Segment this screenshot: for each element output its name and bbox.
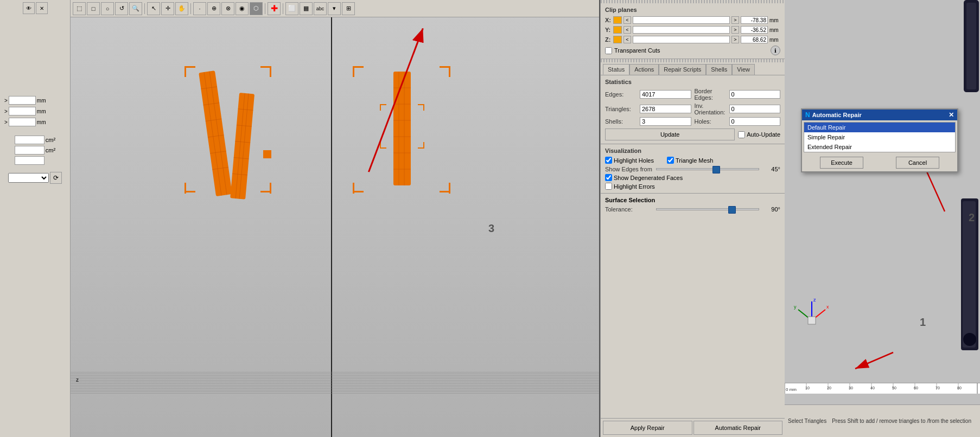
stat-label-triangles: Triangles: (605, 106, 638, 112)
svg-rect-8 (199, 70, 232, 196)
svg-text:10: 10 (805, 386, 810, 390)
tb-mesh-icon[interactable]: ⬡ (250, 2, 263, 15)
field-input-x[interactable]: 0 (9, 96, 36, 105)
field-input-z[interactable]: 68.62 (9, 118, 36, 126)
auto-update-checkbox[interactable] (738, 131, 745, 138)
stat-row-edges: Edges: 4017 (605, 88, 691, 101)
tolerance-track[interactable] (656, 208, 759, 210)
status-right-text: Press Shift to add / remove triangles to… (832, 418, 971, 424)
tab-shells[interactable]: Shells (706, 64, 732, 75)
tb-zoom-icon[interactable]: 🔍 (129, 2, 142, 15)
tb-label-icon[interactable]: abc (314, 2, 327, 15)
transparent-cuts-row: Transparent Cuts ℹ (605, 46, 780, 55)
stat-value-holes: 0 (729, 117, 781, 126)
svg-rect-17 (230, 93, 254, 200)
transparent-cuts-checkbox[interactable] (605, 47, 612, 54)
clip-slider-x[interactable] (633, 16, 730, 24)
icon-eye[interactable]: 👁 (23, 2, 35, 14)
svg-rect-37 (423, 104, 424, 111)
tb-font-icon[interactable]: ▾ (328, 2, 341, 15)
update-button[interactable]: Update (605, 128, 735, 140)
visualization-section: Visualization Highlight Holes Triangle M… (601, 144, 785, 193)
apply-repair-button[interactable]: Apply Repair (603, 421, 692, 435)
highlight-holes-checkbox[interactable] (605, 157, 612, 164)
tolerance-thumb[interactable] (728, 206, 736, 214)
area-unit-1: cm² (46, 137, 55, 143)
show-edges-track[interactable] (656, 168, 759, 170)
tab-repair-scripts[interactable]: Repair Scripts (659, 64, 706, 75)
svg-rect-27 (353, 66, 354, 77)
mode-select[interactable] (8, 173, 49, 183)
tb-snap-icon[interactable]: ⊕ (207, 2, 220, 15)
dialog-item-extended-repair[interactable]: Extended Repair (804, 142, 955, 152)
svg-line-67 (855, 352, 893, 369)
tb-rotate-icon[interactable]: ↺ (115, 2, 128, 15)
show-edges-thumb[interactable] (712, 166, 720, 173)
clip-planes-title: Clip planes (605, 7, 780, 13)
refresh-button[interactable]: ⟳ (50, 172, 62, 184)
tb-sphere-icon[interactable]: ◉ (236, 2, 249, 15)
tab-status[interactable]: Status (603, 64, 629, 75)
clip-lt-y[interactable]: < (623, 26, 631, 34)
area-input-2[interactable] (15, 146, 44, 155)
field-row-y: > 0 mm (4, 107, 66, 115)
clip-value-z: 68.62 (741, 36, 768, 43)
clip-gt-y[interactable]: > (731, 26, 739, 34)
execute-button[interactable]: Execute (820, 157, 863, 169)
statistics-title: Statistics (605, 79, 780, 85)
clip-gt-x[interactable]: > (731, 16, 739, 24)
highlight-errors-checkbox[interactable] (605, 183, 612, 190)
show-edges-value: 45° (761, 166, 780, 172)
clip-planes-section: Clip planes X: < > -78.38 mm Y: < > -36.… (601, 3, 785, 59)
area-input-3[interactable] (15, 156, 44, 165)
clip-lt-x[interactable]: < (623, 16, 631, 24)
dialog-close-button[interactable]: ✕ (949, 111, 954, 119)
cancel-button[interactable]: Cancel (896, 157, 939, 169)
triangle-mesh-checkbox[interactable] (667, 157, 674, 164)
tb-axis-icon[interactable]: ⊗ (221, 2, 234, 15)
transparent-cuts-label: Transparent Cuts (614, 47, 660, 54)
clip-slider-y[interactable] (633, 26, 730, 34)
field-input-y[interactable]: 0 (9, 107, 36, 115)
tb-move-icon[interactable]: ✛ (161, 2, 174, 15)
dialog-n-logo: N (805, 111, 810, 119)
tb-grid-icon[interactable]: ⊞ (342, 2, 355, 15)
clip-slider-z[interactable] (633, 36, 730, 43)
tab-actions[interactable]: Actions (629, 64, 659, 75)
tab-view[interactable]: View (732, 64, 755, 75)
show-degenerated-checkbox[interactable] (605, 174, 612, 181)
dialog-titlebar: N Automatic Repair ✕ (802, 110, 957, 120)
dialog-item-default-repair[interactable]: Default Repair (804, 123, 955, 132)
field-unit-x: mm (37, 98, 46, 104)
tb-hand-icon[interactable]: ✋ (175, 2, 188, 15)
icon-close-small[interactable]: ✕ (36, 2, 48, 14)
scene-area[interactable]: z (71, 17, 599, 437)
clip-label-y: Y: (605, 27, 612, 33)
tb-red-plus[interactable]: ✚ (268, 2, 281, 15)
bottom-buttons: Apply Repair Automatic Repair (601, 418, 785, 437)
tb-dot-icon[interactable]: · (193, 2, 206, 15)
dialog-buttons: Execute Cancel (802, 154, 957, 171)
info-icon[interactable]: ℹ (771, 46, 780, 55)
clip-gt-z[interactable]: > (731, 36, 739, 43)
automatic-repair-button[interactable]: Automatic Repair (693, 421, 783, 435)
statistics-section: Statistics Edges: 4017 Border Edges: 0 T… (601, 75, 785, 144)
field-unit-z: mm (37, 119, 46, 125)
tb-box-icon[interactable]: □ (87, 2, 100, 15)
tb-cursor-icon[interactable]: ↖ (147, 2, 160, 15)
stat-label-shells: Shells: (605, 118, 638, 125)
tb-view-icon[interactable]: ⬜ (285, 2, 298, 15)
svg-rect-33 (449, 183, 450, 194)
tb-select-icon[interactable]: ⬚ (73, 2, 86, 15)
dialog-item-simple-repair[interactable]: Simple Repair (804, 132, 955, 142)
update-row: Update Auto-Update (605, 128, 780, 140)
triangle-mesh-check: Triangle Mesh (667, 157, 713, 164)
tb-circle-icon[interactable]: ○ (101, 2, 114, 15)
area-input-1[interactable] (15, 136, 44, 144)
status-left-text: Select Triangles (788, 418, 826, 424)
show-degenerated-check: Show Degenerated Faces (605, 174, 780, 181)
svg-rect-1 (184, 66, 186, 77)
tb-view2-icon[interactable]: ▦ (300, 2, 313, 15)
area-field-row-1: cm² (15, 136, 55, 144)
clip-lt-z[interactable]: < (623, 36, 631, 43)
